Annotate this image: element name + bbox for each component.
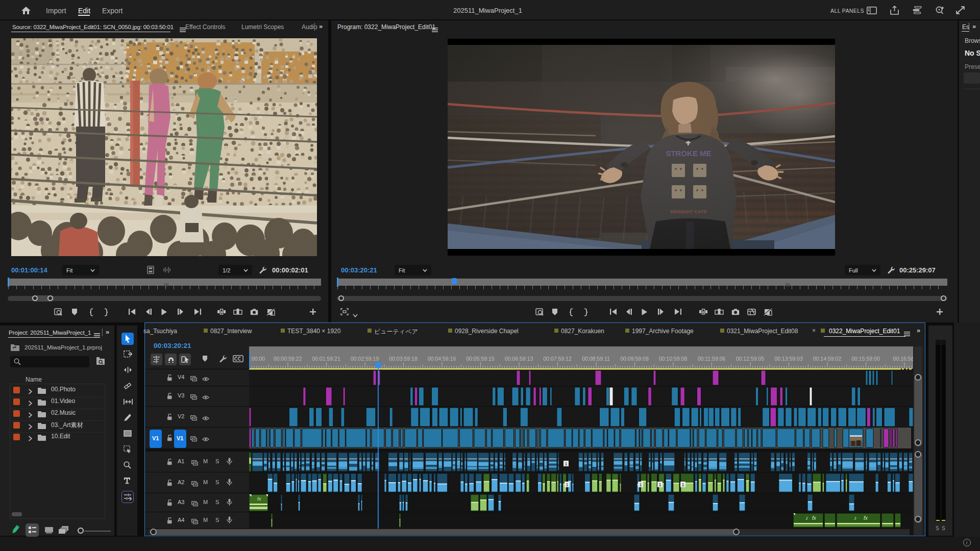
svg-text:00:04:59:16: 00:04:59:16 — [428, 356, 456, 362]
svg-text:00:14:59:02: 00:14:59:02 — [813, 356, 842, 362]
svg-text:1: 1 — [565, 461, 567, 466]
svg-text:00:02:59:19: 00:02:59:19 — [351, 356, 379, 362]
svg-text:fx: fx — [257, 496, 262, 502]
svg-text:00:13:59:03: 00:13:59:03 — [774, 356, 803, 362]
svg-text:00:09:59:09: 00:09:59:09 — [620, 356, 649, 362]
svg-text:00:10:59:08: 00:10:59:08 — [659, 356, 688, 362]
svg-text:00:07:59:12: 00:07:59:12 — [543, 356, 572, 362]
svg-text::00:00: :00:00 — [250, 356, 265, 362]
svg-text:1: 1 — [639, 482, 642, 487]
svg-text:00:16:58:: 00:16:58: — [893, 356, 913, 362]
svg-text:1: 1 — [681, 482, 684, 487]
svg-text:♪: ♪ — [805, 515, 808, 521]
svg-text:00:12:59:05: 00:12:59:05 — [736, 356, 765, 362]
svg-text:00:11:59:06: 00:11:59:06 — [698, 356, 726, 362]
svg-text:00:15:59:00: 00:15:59:00 — [851, 356, 880, 362]
svg-text:1: 1 — [658, 482, 661, 487]
svg-text:♪: ♪ — [854, 515, 857, 521]
svg-text:00:08:59:11: 00:08:59:11 — [582, 356, 610, 362]
svg-text:00:06:59:13: 00:06:59:13 — [505, 356, 533, 362]
svg-text:fx: fx — [864, 515, 868, 521]
svg-text:00:03:59:18: 00:03:59:18 — [389, 356, 418, 362]
svg-text:1: 1 — [566, 482, 568, 487]
svg-text:00:05:59:15: 00:05:59:15 — [466, 356, 495, 362]
svg-text:00:01:59:21: 00:01:59:21 — [312, 356, 340, 362]
svg-text:fx: fx — [812, 515, 817, 521]
svg-text:00:00:59:22: 00:00:59:22 — [274, 356, 302, 362]
